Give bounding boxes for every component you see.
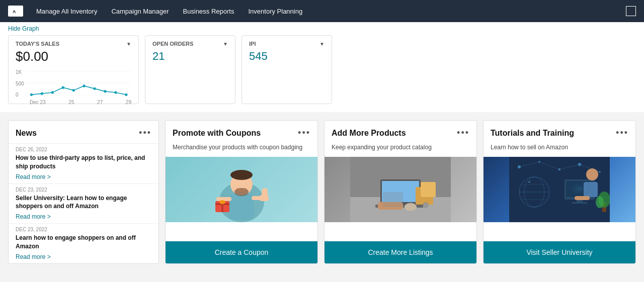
news-card-title: News (16, 129, 37, 138)
tutorials-card: Tutorials and Training ••• Learn how to … (483, 120, 636, 264)
open-orders-dropdown[interactable]: ▼ (223, 41, 228, 47)
sales-dropdown[interactable]: ▼ (126, 41, 131, 47)
create-coupon-button[interactable]: Create a Coupon (166, 241, 317, 263)
svg-rect-16 (229, 195, 254, 220)
ipi-value: 545 (249, 50, 325, 63)
svg-point-11 (93, 87, 96, 90)
svg-point-37 (423, 203, 428, 208)
products-card-title: Add More Products (332, 129, 406, 138)
news-item-1: DEC 26, 2022 How to use third-party apps… (9, 143, 158, 183)
nav-inventory-planning[interactable]: Inventory Planning (247, 6, 303, 17)
sales-value: $0.00 (16, 49, 131, 64)
ipi-header: IPI ▼ (249, 41, 325, 47)
sales-chart: 1K 500 0 (16, 68, 131, 99)
tutorials-illustration (509, 157, 610, 222)
coupons-card-title: Promote with Coupons (173, 129, 261, 138)
nav-campaign-manager[interactable]: Campaign Manager (110, 6, 170, 17)
svg-rect-61 (572, 202, 587, 204)
svg-point-18 (230, 170, 253, 180)
news-item-1-date: DEC 26, 2022 (16, 147, 151, 152)
news-item-2-read-more[interactable]: Read more > (16, 213, 51, 220)
svg-rect-27 (260, 195, 269, 201)
svg-point-67 (596, 196, 604, 208)
svg-point-8 (61, 86, 64, 88)
create-listings-button[interactable]: Create More Listings (325, 241, 476, 263)
news-item-3-headline: Learn how to engage shoppers on and off … (16, 234, 151, 251)
coupons-card: Promote with Coupons ••• Merchandise you… (165, 120, 318, 264)
news-item-2-headline: Seller University: Learn how to engage s… (16, 194, 151, 211)
svg-point-10 (83, 84, 85, 87)
svg-point-47 (528, 181, 530, 183)
svg-point-12 (104, 90, 106, 92)
chart-x-29: 29 (126, 100, 131, 105)
sales-chart-svg (26, 68, 131, 99)
news-card-header: News ••• (9, 121, 158, 143)
svg-point-14 (125, 93, 127, 96)
visit-seller-university-button[interactable]: Visit Seller University (484, 241, 635, 263)
news-item-2: DEC 23, 2022 Seller University: Learn ho… (9, 183, 158, 224)
chart-y-0: 0 (16, 92, 24, 98)
hide-graph-link[interactable]: Hide Graph (0, 22, 644, 35)
tutorials-card-header: Tutorials and Training ••• (484, 121, 635, 143)
products-card: Add More Products ••• Keep expanding you… (324, 120, 477, 264)
chart-y-500: 500 (16, 81, 24, 86)
chart-y-1k: 1K (16, 69, 24, 75)
tutorials-card-menu[interactable]: ••• (616, 128, 628, 138)
products-card-header: Add More Products ••• (325, 121, 476, 143)
svg-point-38 (405, 203, 417, 211)
svg-point-7 (51, 91, 53, 93)
svg-rect-40 (383, 192, 403, 207)
svg-point-24 (219, 200, 225, 204)
svg-text:A: A (13, 9, 16, 14)
nav-business-reports[interactable]: Business Reports (182, 6, 235, 17)
coupon-illustration (211, 157, 272, 222)
tutorials-card-desc: Learn how to sell on Amazon (484, 143, 635, 157)
chart-x-27: 27 (97, 100, 103, 105)
news-item-3-read-more[interactable]: Read more > (16, 253, 51, 260)
svg-rect-34 (421, 182, 436, 197)
news-card: News ••• DEC 26, 2022 How to use third-p… (8, 120, 159, 264)
sales-label: TODAY'S SALES (16, 41, 59, 47)
nav-manage-all-inventory[interactable]: Manage All Inventory (35, 6, 98, 17)
coupons-card-header: Promote with Coupons ••• (166, 121, 317, 143)
tutorials-card-image (484, 157, 635, 222)
chart-x-25: 25 (68, 100, 74, 105)
coupons-card-desc: Merchandise your products with coupon ba… (166, 143, 317, 157)
products-illustration (350, 157, 451, 222)
news-item-1-headline: How to use third-party apps to list, pri… (16, 154, 151, 171)
svg-rect-68 (566, 181, 593, 197)
coupons-card-menu[interactable]: ••• (298, 128, 310, 138)
sales-header: TODAY'S SALES ▼ (16, 41, 131, 47)
ipi-dropdown[interactable]: ▼ (319, 41, 325, 47)
svg-point-6 (40, 92, 43, 95)
news-item-1-read-more[interactable]: Read more > (16, 173, 51, 180)
chart-x-labels: Dec 23 25 27 29 (16, 100, 131, 105)
products-card-menu[interactable]: ••• (457, 128, 469, 138)
news-card-menu[interactable]: ••• (139, 128, 151, 138)
ipi-label: IPI (249, 41, 256, 47)
svg-point-9 (72, 89, 74, 91)
products-card-desc: Keep expanding your product catalog (325, 143, 476, 157)
svg-point-13 (114, 91, 117, 93)
chart-x-dec23: Dec 23 (30, 100, 46, 105)
open-orders-label: OPEN ORDERS (152, 41, 193, 47)
svg-point-5 (30, 93, 33, 96)
open-orders-header: OPEN ORDERS ▼ (152, 41, 228, 47)
navbar-right-action[interactable] (626, 6, 636, 16)
news-item-2-date: DEC 23, 2022 (16, 187, 151, 193)
svg-point-19 (234, 188, 249, 196)
cards-row: News ••• DEC 26, 2022 How to use third-p… (8, 120, 636, 264)
sales-card: TODAY'S SALES ▼ $0.00 1K 500 0 (8, 35, 139, 104)
open-orders-widget: OPEN ORDERS ▼ 21 (145, 35, 235, 104)
ipi-widget: IPI ▼ 545 (242, 35, 332, 104)
news-item-3-date: DEC 23, 2022 (16, 227, 151, 232)
tutorials-card-title: Tutorials and Training (491, 129, 574, 138)
metrics-row: TODAY'S SALES ▼ $0.00 1K 500 0 (0, 35, 644, 110)
navbar: A Manage All Inventory Campaign Manager … (0, 0, 644, 22)
coupons-card-image (166, 157, 317, 222)
news-item-3: DEC 23, 2022 Learn how to engage shopper… (9, 223, 158, 263)
open-orders-value: 21 (152, 50, 228, 63)
main-content: News ••• DEC 26, 2022 How to use third-p… (0, 112, 644, 272)
products-card-image (325, 157, 476, 222)
amazon-logo[interactable]: A (8, 6, 23, 17)
